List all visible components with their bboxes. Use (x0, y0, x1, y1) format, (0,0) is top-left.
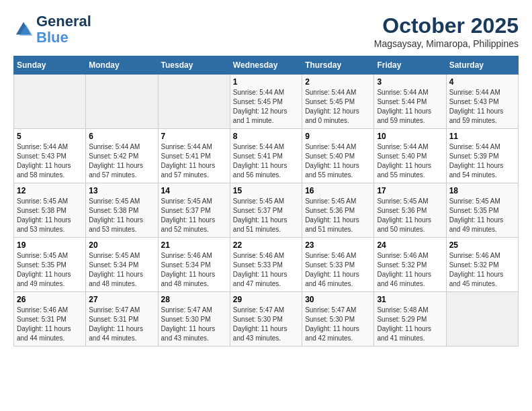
day-number: 28 (161, 295, 227, 304)
day-number: 18 (449, 186, 515, 195)
day-cell (158, 75, 230, 129)
logo-line1: General (36, 13, 91, 30)
day-cell: 30Sunrise: 5:47 AM Sunset: 5:30 PM Dayli… (302, 292, 374, 347)
day-cell: 18Sunrise: 5:45 AM Sunset: 5:35 PM Dayli… (446, 183, 518, 238)
week-row-5: 26Sunrise: 5:46 AM Sunset: 5:31 PM Dayli… (14, 292, 519, 347)
day-cell: 15Sunrise: 5:45 AM Sunset: 5:37 PM Dayli… (230, 183, 302, 238)
day-number: 16 (305, 186, 371, 195)
day-number: 2 (305, 77, 371, 87)
day-number: 13 (89, 186, 154, 195)
day-number: 4 (449, 77, 515, 87)
day-number: 26 (17, 295, 83, 304)
day-number: 5 (17, 132, 83, 141)
day-cell: 5Sunrise: 5:44 AM Sunset: 5:43 PM Daylig… (14, 129, 86, 183)
day-info: Sunrise: 5:47 AM Sunset: 5:31 PM Dayligh… (89, 306, 154, 343)
day-cell: 31Sunrise: 5:48 AM Sunset: 5:29 PM Dayli… (374, 292, 446, 347)
page-header: General Blue October 2025 Magsaysay, Mim… (13, 13, 519, 49)
day-cell (14, 75, 86, 129)
day-cell: 7Sunrise: 5:44 AM Sunset: 5:41 PM Daylig… (158, 129, 230, 183)
day-info: Sunrise: 5:44 AM Sunset: 5:39 PM Dayligh… (449, 142, 515, 180)
day-cell: 23Sunrise: 5:46 AM Sunset: 5:33 PM Dayli… (302, 238, 374, 292)
day-info: Sunrise: 5:47 AM Sunset: 5:30 PM Dayligh… (305, 306, 371, 343)
header-cell-thursday: Thursday (302, 56, 374, 75)
day-cell: 25Sunrise: 5:46 AM Sunset: 5:32 PM Dayli… (446, 238, 518, 292)
day-info: Sunrise: 5:44 AM Sunset: 5:41 PM Dayligh… (161, 142, 227, 180)
day-cell: 29Sunrise: 5:47 AM Sunset: 5:30 PM Dayli… (230, 292, 302, 347)
day-info: Sunrise: 5:45 AM Sunset: 5:37 PM Dayligh… (233, 197, 299, 234)
day-cell: 19Sunrise: 5:45 AM Sunset: 5:35 PM Dayli… (14, 238, 86, 292)
day-info: Sunrise: 5:48 AM Sunset: 5:29 PM Dayligh… (377, 306, 443, 343)
day-info: Sunrise: 5:44 AM Sunset: 5:41 PM Dayligh… (233, 142, 299, 180)
day-cell (446, 292, 518, 347)
day-cell: 14Sunrise: 5:45 AM Sunset: 5:37 PM Dayli… (158, 183, 230, 238)
day-number: 21 (161, 240, 227, 250)
header-cell-sunday: Sunday (14, 56, 86, 75)
day-cell: 27Sunrise: 5:47 AM Sunset: 5:31 PM Dayli… (86, 292, 158, 347)
day-info: Sunrise: 5:46 AM Sunset: 5:34 PM Dayligh… (161, 251, 227, 289)
day-number: 7 (161, 132, 227, 141)
day-cell: 21Sunrise: 5:46 AM Sunset: 5:34 PM Dayli… (158, 238, 230, 292)
day-cell: 4Sunrise: 5:44 AM Sunset: 5:43 PM Daylig… (446, 75, 518, 129)
day-number: 31 (377, 295, 443, 304)
day-number: 25 (449, 240, 515, 250)
calendar-body: 1Sunrise: 5:44 AM Sunset: 5:45 PM Daylig… (14, 75, 519, 347)
day-cell: 8Sunrise: 5:44 AM Sunset: 5:41 PM Daylig… (230, 129, 302, 183)
day-info: Sunrise: 5:47 AM Sunset: 5:30 PM Dayligh… (161, 306, 227, 343)
day-info: Sunrise: 5:46 AM Sunset: 5:32 PM Dayligh… (377, 251, 443, 289)
logo: General Blue (13, 13, 91, 46)
day-cell (86, 75, 158, 129)
day-number: 27 (89, 295, 154, 304)
day-number: 6 (89, 132, 154, 141)
day-number: 1 (233, 77, 299, 87)
header-cell-wednesday: Wednesday (230, 56, 302, 75)
day-number: 17 (377, 186, 443, 195)
day-info: Sunrise: 5:44 AM Sunset: 5:45 PM Dayligh… (233, 88, 299, 126)
title-block: October 2025 Magsaysay, Mimaropa, Philip… (374, 13, 519, 49)
day-number: 24 (377, 240, 443, 250)
week-row-1: 1Sunrise: 5:44 AM Sunset: 5:45 PM Daylig… (14, 75, 519, 129)
day-info: Sunrise: 5:46 AM Sunset: 5:33 PM Dayligh… (233, 251, 299, 289)
day-cell: 1Sunrise: 5:44 AM Sunset: 5:45 PM Daylig… (230, 75, 302, 129)
day-cell: 6Sunrise: 5:44 AM Sunset: 5:42 PM Daylig… (86, 129, 158, 183)
day-cell: 17Sunrise: 5:45 AM Sunset: 5:36 PM Dayli… (374, 183, 446, 238)
day-cell: 28Sunrise: 5:47 AM Sunset: 5:30 PM Dayli… (158, 292, 230, 347)
day-info: Sunrise: 5:45 AM Sunset: 5:37 PM Dayligh… (161, 197, 227, 234)
day-cell: 16Sunrise: 5:45 AM Sunset: 5:36 PM Dayli… (302, 183, 374, 238)
logo-text: General Blue (36, 13, 91, 46)
day-info: Sunrise: 5:46 AM Sunset: 5:33 PM Dayligh… (305, 251, 371, 289)
day-info: Sunrise: 5:45 AM Sunset: 5:38 PM Dayligh… (89, 197, 154, 234)
day-info: Sunrise: 5:44 AM Sunset: 5:45 PM Dayligh… (305, 88, 371, 126)
day-info: Sunrise: 5:45 AM Sunset: 5:36 PM Dayligh… (305, 197, 371, 234)
day-number: 15 (233, 186, 299, 195)
calendar-table: SundayMondayTuesdayWednesdayThursdayFrid… (13, 56, 519, 347)
day-number: 20 (89, 240, 154, 250)
day-cell: 22Sunrise: 5:46 AM Sunset: 5:33 PM Dayli… (230, 238, 302, 292)
day-number: 22 (233, 240, 299, 250)
day-cell: 13Sunrise: 5:45 AM Sunset: 5:38 PM Dayli… (86, 183, 158, 238)
logo-line2: Blue (36, 30, 91, 46)
day-info: Sunrise: 5:44 AM Sunset: 5:40 PM Dayligh… (305, 142, 371, 180)
day-number: 30 (305, 295, 371, 304)
day-cell: 11Sunrise: 5:44 AM Sunset: 5:39 PM Dayli… (446, 129, 518, 183)
day-info: Sunrise: 5:45 AM Sunset: 5:35 PM Dayligh… (449, 197, 515, 234)
day-number: 23 (305, 240, 371, 250)
calendar-header: SundayMondayTuesdayWednesdayThursdayFrid… (14, 56, 519, 75)
day-number: 14 (161, 186, 227, 195)
header-row: SundayMondayTuesdayWednesdayThursdayFrid… (14, 56, 519, 75)
week-row-3: 12Sunrise: 5:45 AM Sunset: 5:38 PM Dayli… (14, 183, 519, 238)
day-number: 8 (233, 132, 299, 141)
day-number: 9 (305, 132, 371, 141)
day-info: Sunrise: 5:44 AM Sunset: 5:43 PM Dayligh… (449, 88, 515, 126)
day-info: Sunrise: 5:47 AM Sunset: 5:30 PM Dayligh… (233, 306, 299, 343)
logo-icon (13, 19, 34, 40)
day-cell: 10Sunrise: 5:44 AM Sunset: 5:40 PM Dayli… (374, 129, 446, 183)
week-row-4: 19Sunrise: 5:45 AM Sunset: 5:35 PM Dayli… (14, 238, 519, 292)
day-info: Sunrise: 5:44 AM Sunset: 5:44 PM Dayligh… (377, 88, 443, 126)
day-cell: 2Sunrise: 5:44 AM Sunset: 5:45 PM Daylig… (302, 75, 374, 129)
header-cell-tuesday: Tuesday (158, 56, 230, 75)
day-info: Sunrise: 5:44 AM Sunset: 5:40 PM Dayligh… (377, 142, 443, 180)
day-info: Sunrise: 5:46 AM Sunset: 5:32 PM Dayligh… (449, 251, 515, 289)
day-cell: 26Sunrise: 5:46 AM Sunset: 5:31 PM Dayli… (14, 292, 86, 347)
header-cell-monday: Monday (86, 56, 158, 75)
day-info: Sunrise: 5:44 AM Sunset: 5:42 PM Dayligh… (89, 142, 154, 180)
